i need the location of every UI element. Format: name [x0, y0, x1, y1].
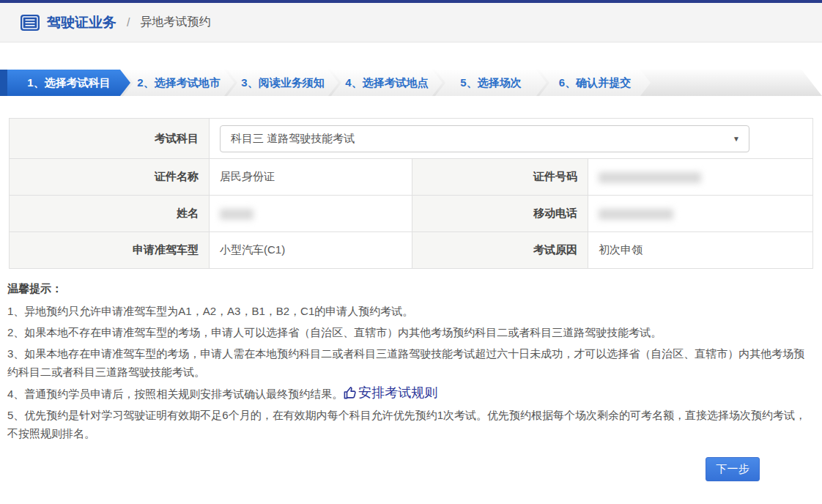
cert-number-label: 证件号码: [412, 159, 588, 196]
exam-subject-cell: 科目三 道路驾驶技能考试 ▼: [210, 119, 813, 159]
step-5-select-session[interactable]: 5、选择场次: [435, 70, 547, 96]
thumb-up-icon: [343, 386, 357, 400]
vehicle-type-label: 申请准驾车型: [10, 232, 210, 269]
chevron-down-icon[interactable]: ▼: [733, 135, 740, 143]
tip-item-2: 2、如果本地不存在申请准驾车型的考场，申请人可以选择省（自治区、直辖市）内其他考…: [7, 323, 813, 341]
tip-item-5: 5、优先预约是针对学习驾驶证明有效期不足6个月的，在有效期内每个科目允许优先预约…: [7, 406, 813, 442]
table-row: 姓名 移动电话: [10, 196, 813, 232]
breadcrumb-separator: /: [127, 16, 130, 29]
page-title: 异地考试预约: [140, 15, 210, 30]
exam-subject-label: 考试科目: [10, 119, 210, 159]
list-icon: [21, 15, 40, 31]
tip-item-4-text: 4、普通预约学员申请后，按照相关规则安排考试确认最终预约结果。: [7, 388, 343, 400]
exam-rules-link[interactable]: 安排考试规则: [343, 384, 437, 402]
step-bar-cap: [0, 70, 7, 96]
tip-item-1: 1、异地预约只允许申请准驾车型为A1，A2，A3，B1，B2，C1的申请人预约考…: [7, 302, 813, 320]
step-2-select-city[interactable]: 2、选择考试地市: [123, 70, 234, 96]
step-6-confirm-submit[interactable]: 6、确认并提交: [539, 70, 651, 96]
step-wizard: 1、选择考试科目 2、选择考试地市 3、阅读业务须知 4、选择考试地点 5、选择…: [0, 70, 822, 96]
tip-item-3: 3、如果本地存在申请准驾车型的考场，申请人需在本地预约科目二或者科目三道路驾驶技…: [7, 344, 813, 381]
name-label: 姓名: [10, 196, 210, 232]
cert-name-label: 证件名称: [10, 159, 210, 196]
tip-item-4: 4、普通预约学员申请后，按照相关规则安排考试确认最终预约结果。安排考试规则: [7, 384, 813, 403]
table-row: 考试科目 科目三 道路驾驶技能考试 ▼: [10, 119, 813, 159]
step-1-select-subject[interactable]: 1、选择考试科目: [7, 70, 130, 96]
redacted-mobile: [599, 209, 673, 220]
mobile-value: [588, 196, 813, 232]
next-step-button[interactable]: 下一步: [706, 457, 760, 481]
cert-number-value: [588, 159, 813, 196]
tips-title: 温馨提示：: [7, 282, 813, 296]
name-value: [210, 196, 412, 232]
cert-name-value: 居民身份证: [210, 159, 412, 196]
redacted-name: [220, 209, 253, 220]
step-4-select-location[interactable]: 4、选择考试地点: [331, 70, 443, 96]
step-3-read-notice[interactable]: 3、阅读业务须知: [227, 70, 338, 96]
tips-section: 温馨提示： 1、异地预约只允许申请准驾车型为A1，A2，A3，B1，B2，C1的…: [7, 282, 813, 442]
exam-reason-value: 初次申领: [588, 232, 813, 269]
mobile-label: 移动电话: [412, 196, 588, 232]
vehicle-type-value: 小型汽车(C1): [210, 232, 412, 269]
table-row: 申请准驾车型 小型汽车(C1) 考试原因 初次申领: [10, 232, 813, 269]
applicant-info-table: 考试科目 科目三 道路驾驶技能考试 ▼ 证件名称 居民身份证 证件号码 姓名 移…: [9, 118, 813, 269]
breadcrumb-root[interactable]: 驾驶证业务: [47, 13, 116, 32]
table-row: 证件名称 居民身份证 证件号码: [10, 159, 813, 196]
exam-subject-value: 科目三 道路驾驶技能考试: [231, 132, 355, 146]
exam-subject-select[interactable]: 科目三 道路驾驶技能考试 ▼: [220, 125, 749, 152]
breadcrumb: 驾驶证业务 / 异地考试预约: [0, 3, 822, 42]
redacted-cert-number: [599, 172, 701, 183]
exam-rules-link-label: 安排考试规则: [358, 384, 437, 402]
exam-reason-label: 考试原因: [412, 232, 588, 269]
